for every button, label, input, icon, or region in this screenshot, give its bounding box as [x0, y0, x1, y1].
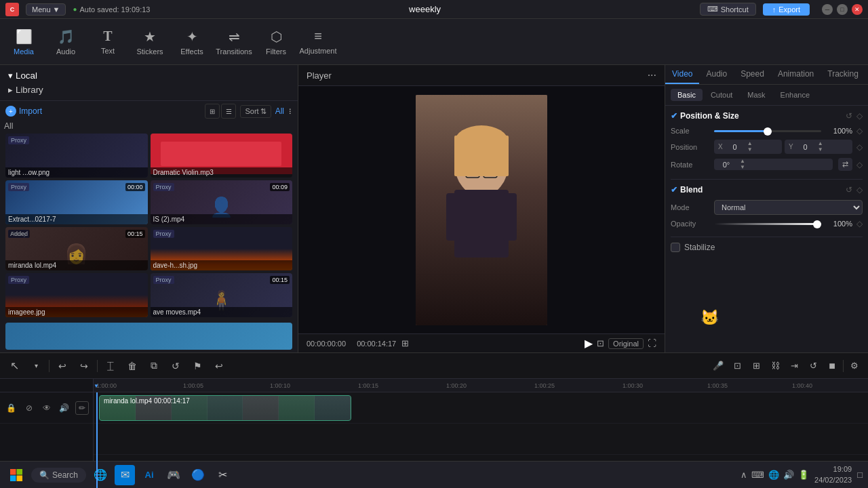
position-x-input[interactable]	[724, 143, 746, 151]
subtab-cutout[interactable]: Cutout	[704, 89, 739, 101]
play-button[interactable]: ▶	[585, 337, 593, 350]
lock-button[interactable]: 🔒	[5, 401, 18, 415]
subtab-enhance[interactable]: Enhance	[774, 89, 816, 101]
scale-keyframe-button[interactable]: ◇	[856, 126, 863, 136]
y-decrement[interactable]: ▼	[818, 147, 823, 152]
list-item[interactable]: 👩 Proxy Added 00:15 miranda lol.mp4	[5, 227, 148, 271]
subtab-mask[interactable]: Mask	[741, 89, 772, 101]
close-button[interactable]: ✕	[852, 4, 863, 15]
tab-animation[interactable]: Animation	[771, 65, 821, 84]
sort-button[interactable]: Sort ⇅	[240, 105, 271, 118]
loop-button[interactable]: ↺	[167, 357, 184, 375]
redo-button[interactable]: ↪	[75, 357, 93, 375]
fullscreen-button[interactable]: ⛶	[648, 338, 656, 348]
local-button[interactable]: ▾ Local	[5, 69, 46, 82]
search-box[interactable]: 🔍 Search	[31, 468, 86, 483]
undo-button[interactable]: ↩	[54, 357, 71, 375]
all-filter-button[interactable]: All	[275, 106, 284, 116]
y-increment[interactable]: ▲	[818, 141, 823, 146]
tl-ctrl-4[interactable]: ⇥	[786, 358, 802, 374]
filter-options-button[interactable]: ⫶	[288, 106, 292, 116]
tab-speed[interactable]: Speed	[734, 65, 771, 84]
toolbar-adjustment[interactable]: ≡ Adjustment	[297, 22, 339, 62]
blend-reset-button[interactable]: ↺	[846, 185, 852, 195]
rotate-input[interactable]	[714, 161, 738, 169]
scale-slider-thumb[interactable]	[764, 127, 772, 136]
toolbar-transitions[interactable]: ⇌ Transitions	[213, 22, 255, 62]
list-view-button[interactable]: ☰	[221, 104, 236, 119]
tab-video[interactable]: Video	[665, 65, 699, 84]
taskbar-app-browser[interactable]: 🔵	[188, 465, 208, 485]
opacity-slider-thumb[interactable]	[813, 220, 821, 228]
taskbar-app-scissors[interactable]: ✂	[212, 465, 233, 485]
toolbar-filters[interactable]: ⬡ Filters	[255, 22, 297, 62]
track-lock-btn[interactable]: ⊘	[22, 401, 36, 415]
list-item[interactable]: 🧍 Proxy 00:15 ave moves.mp4	[151, 273, 293, 317]
library-button[interactable]: ▸ Library	[5, 83, 46, 96]
x-increment[interactable]: ▲	[747, 141, 753, 146]
list-item[interactable]: Proxy dave-h...sh.jpg	[151, 227, 293, 271]
maximize-button[interactable]: □	[837, 4, 848, 15]
export-button[interactable]: ↑ Export	[763, 3, 810, 16]
blend-keyframe-button[interactable]: ◇	[856, 185, 863, 195]
split-button[interactable]: ⌶	[102, 357, 119, 375]
list-item[interactable]: 👤 Proxy 00:09 IS (2).mp4	[151, 180, 293, 224]
visibility-button[interactable]: 👁	[40, 401, 54, 415]
rotate-flip-button[interactable]: ⇄	[838, 158, 852, 171]
player-more-button[interactable]: ···	[648, 69, 656, 81]
toolbar-text[interactable]: T Text	[87, 22, 129, 62]
blend-mode-select[interactable]: Normal Multiply Screen Overlay	[714, 200, 863, 215]
tl-ctrl-3[interactable]: ⛓	[767, 358, 783, 374]
copy-button[interactable]: ⧉	[145, 357, 163, 375]
list-item[interactable]: Proxy 00:00 Extract...0217-7	[5, 180, 148, 224]
tl-ctrl-1[interactable]: ⊡	[729, 358, 745, 374]
revert-button[interactable]: ↩	[210, 357, 228, 375]
rotate-increment[interactable]: ▲	[740, 159, 745, 164]
show-desktop-button[interactable]: □	[857, 470, 863, 480]
settings-button[interactable]: ⚙	[846, 358, 863, 374]
toolbar-media[interactable]: ⬜ Media	[3, 22, 45, 62]
start-button[interactable]	[5, 464, 27, 486]
tab-audio[interactable]: Audio	[699, 65, 734, 84]
delete-button[interactable]: 🗑	[123, 357, 141, 375]
opacity-keyframe-button[interactable]: ◇	[856, 219, 863, 228]
position-keyframe-btn[interactable]: ◇	[856, 142, 863, 152]
video-clip[interactable]: miranda lol.mp4 00:00:14:17	[99, 395, 351, 421]
tl-ctrl-2[interactable]: ⊞	[748, 358, 764, 374]
rotate-keyframe-button[interactable]: ◇	[856, 160, 863, 169]
minimize-button[interactable]: ─	[822, 4, 833, 15]
x-decrement[interactable]: ▼	[747, 147, 753, 152]
list-item[interactable]: Proxy imageee.jpg	[5, 273, 148, 317]
stabilize-checkbox[interactable]	[671, 243, 680, 252]
cursor-dropdown-button[interactable]: ▾	[27, 357, 45, 375]
tab-tracking[interactable]: Tracking	[821, 65, 865, 84]
position-reset-button[interactable]: ↺	[846, 111, 852, 121]
cursor-tool-button[interactable]: ↖	[5, 357, 23, 375]
shortcut-button[interactable]: ⌨ Shortcut	[700, 3, 756, 16]
system-tray-up[interactable]: ∧	[741, 470, 747, 480]
mark-button[interactable]: ⚑	[189, 357, 206, 375]
list-item[interactable]: Dramatic Violin.mp3	[151, 134, 293, 178]
playhead[interactable]	[96, 392, 98, 488]
position-keyframe-button[interactable]: ◇	[856, 111, 863, 121]
toolbar-stickers[interactable]: ★ Stickers	[129, 22, 171, 62]
tl-ctrl-5[interactable]: ↺	[805, 358, 821, 374]
menu-button[interactable]: Menu ▼	[26, 3, 66, 16]
track-edit-button[interactable]: ✏	[75, 401, 89, 415]
import-button[interactable]: + Import	[5, 106, 42, 117]
taskbar-app-ai[interactable]: Ai	[139, 465, 159, 485]
position-y-input[interactable]	[795, 143, 816, 151]
tl-ctrl-6[interactable]: ■	[824, 358, 840, 374]
toolbar-audio[interactable]: 🎵 Audio	[45, 22, 87, 62]
taskbar-app-globe[interactable]: 🌐	[90, 465, 111, 485]
list-item[interactable]	[5, 323, 292, 350]
timeline-grid-button[interactable]: ⊞	[401, 338, 409, 348]
mic-button[interactable]: 🎤	[710, 358, 726, 374]
grid-view-button[interactable]: ⊞	[205, 104, 220, 119]
toolbar-effects[interactable]: ✦ Effects	[171, 22, 213, 62]
taskbar-app-game[interactable]: 🎮	[163, 465, 184, 485]
list-item[interactable]: Proxy light ...ow.png	[5, 134, 148, 178]
rotate-decrement[interactable]: ▼	[740, 165, 745, 170]
more-tabs-button[interactable]: »	[865, 65, 868, 84]
taskbar-app-mail[interactable]: ✉	[115, 465, 135, 485]
